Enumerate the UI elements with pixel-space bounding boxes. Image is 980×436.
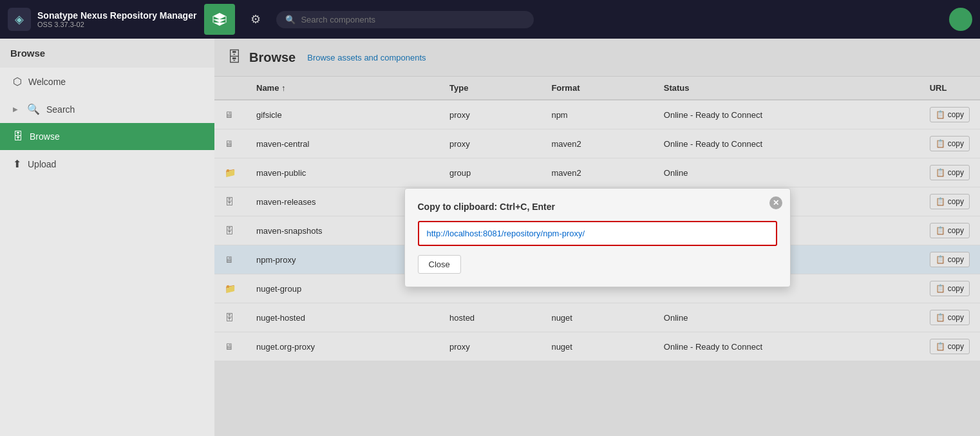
sidebar-item-upload[interactable]: ⬆ Upload: [0, 150, 214, 178]
dialog-close-x[interactable]: ✕: [769, 196, 782, 209]
sidebar-item-search[interactable]: ▶ 🔍 Search: [0, 95, 214, 123]
sidebar-item-label: Browse: [30, 131, 60, 142]
upload-icon: ⬆: [13, 158, 21, 170]
search-icon: 🔍: [285, 15, 296, 24]
search-input[interactable]: [301, 15, 525, 24]
dialog-url-input[interactable]: [419, 222, 776, 245]
brand-text: Sonatype Nexus Repository Manager OSS 3.…: [37, 10, 196, 28]
dialog-close-button[interactable]: Close: [418, 255, 461, 274]
navbar: ◈ Sonatype Nexus Repository Manager OSS …: [0, 0, 980, 39]
brand-subtitle: OSS 3.37.3-02: [37, 21, 196, 28]
brand-title: Sonatype Nexus Repository Manager: [37, 10, 196, 21]
browse-icon: 🗄: [13, 131, 23, 142]
browse-nav-icon[interactable]: [204, 4, 235, 35]
expand-icon: ▶: [13, 106, 18, 113]
welcome-icon: ⬡: [13, 75, 22, 88]
sidebar-item-label: Welcome: [28, 77, 66, 87]
sidebar-item-label: Upload: [28, 159, 56, 169]
brand-icon: ◈: [8, 8, 31, 31]
sidebar-item-welcome[interactable]: ⬡ Welcome: [0, 68, 214, 95]
brand: ◈ Sonatype Nexus Repository Manager OSS …: [8, 8, 196, 31]
settings-icon[interactable]: ⚙: [243, 6, 269, 32]
sidebar: Browse ⬡ Welcome ▶ 🔍 Search 🗄 Browse ⬆ U…: [0, 39, 214, 436]
clipboard-dialog: Copy to clipboard: Ctrl+C, Enter ✕ Close: [404, 188, 791, 287]
sidebar-header: Browse: [0, 39, 214, 68]
dialog-title: Copy to clipboard: Ctrl+C, Enter: [418, 202, 777, 212]
dialog-input-wrap: [418, 221, 777, 246]
main-layout: Browse ⬡ Welcome ▶ 🔍 Search 🗄 Browse ⬆ U…: [0, 39, 980, 436]
global-search[interactable]: 🔍: [276, 11, 534, 28]
sidebar-item-label: Search: [46, 104, 75, 115]
dialog-overlay: Copy to clipboard: Ctrl+C, Enter ✕ Close: [214, 39, 980, 436]
user-avatar[interactable]: [949, 8, 972, 31]
sidebar-item-browse[interactable]: 🗄 Browse: [0, 123, 214, 150]
search-icon: 🔍: [27, 103, 40, 115]
content-area: 🗄 Browse Browse assets and components Na…: [214, 39, 980, 436]
